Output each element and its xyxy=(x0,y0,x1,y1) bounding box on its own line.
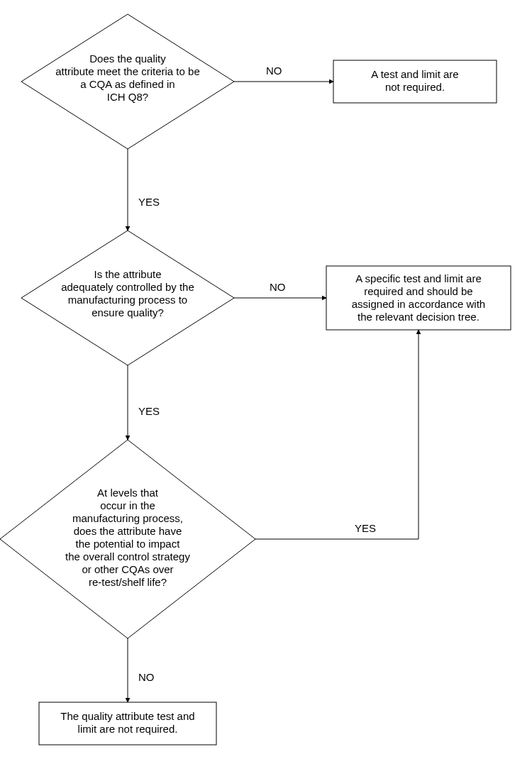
svg-text:attribute meet the criteria to: attribute meet the criteria to be xyxy=(55,65,199,77)
edge-d1-no-label: NO xyxy=(266,65,282,77)
svg-text:required and should be: required and should be xyxy=(364,285,472,297)
result-attribute-test-not-required: The quality attribute test and limit are… xyxy=(39,702,216,745)
svg-text:At levels that: At levels that xyxy=(97,487,159,499)
svg-text:ensure quality?: ensure quality? xyxy=(92,306,164,318)
svg-text:manufacturing process,: manufacturing process, xyxy=(72,512,183,524)
decision-adequately-controlled: Is the attribute adequately controlled b… xyxy=(21,231,234,365)
edge-d3-no-label: NO xyxy=(138,671,155,683)
flowchart: Does the quality attribute meet the crit… xyxy=(0,0,532,776)
svg-text:Is the attribute: Is the attribute xyxy=(94,268,161,280)
svg-text:the potential to impact: the potential to impact xyxy=(76,538,181,550)
svg-text:A test and limit are: A test and limit are xyxy=(371,68,458,80)
svg-text:limit are not required.: limit are not required. xyxy=(78,723,178,735)
svg-text:assigned in accordance with: assigned in accordance with xyxy=(352,298,485,310)
edge-d1-yes-label: YES xyxy=(138,196,160,208)
svg-text:The quality attribute test and: The quality attribute test and xyxy=(60,710,194,722)
edge-d2-yes-label: YES xyxy=(138,405,160,417)
result-specific-test-required: A specific test and limit are required a… xyxy=(326,266,511,330)
svg-text:adequately controlled by the: adequately controlled by the xyxy=(61,281,194,293)
svg-text:not required.: not required. xyxy=(385,81,445,93)
svg-text:the relevant decision tree.: the relevant decision tree. xyxy=(358,311,480,323)
svg-text:does the attribute have: does the attribute have xyxy=(74,525,182,537)
result-test-not-required: A test and limit are not required. xyxy=(333,60,497,103)
svg-text:ICH Q8?: ICH Q8? xyxy=(107,91,148,103)
svg-text:the overall control strategy: the overall control strategy xyxy=(65,550,190,562)
edge-d2-no-label: NO xyxy=(270,281,286,293)
decision-impact-control-strategy: At levels that occur in the manufacturin… xyxy=(0,440,255,638)
svg-text:or other CQAs over: or other CQAs over xyxy=(82,563,173,575)
svg-text:a CQA as defined in: a CQA as defined in xyxy=(80,78,174,90)
decision-cqa-criteria: Does the quality attribute meet the crit… xyxy=(21,14,234,149)
edge-d3-yes-label: YES xyxy=(355,522,376,534)
svg-text:occur in the: occur in the xyxy=(100,499,155,511)
svg-text:re-test/shelf life?: re-test/shelf life? xyxy=(89,576,167,588)
edge-d3-yes xyxy=(255,330,419,539)
svg-text:A specific test and limit are: A specific test and limit are xyxy=(355,272,482,284)
svg-text:Does the quality: Does the quality xyxy=(89,52,166,65)
svg-text:manufacturing process to: manufacturing process to xyxy=(68,294,187,306)
